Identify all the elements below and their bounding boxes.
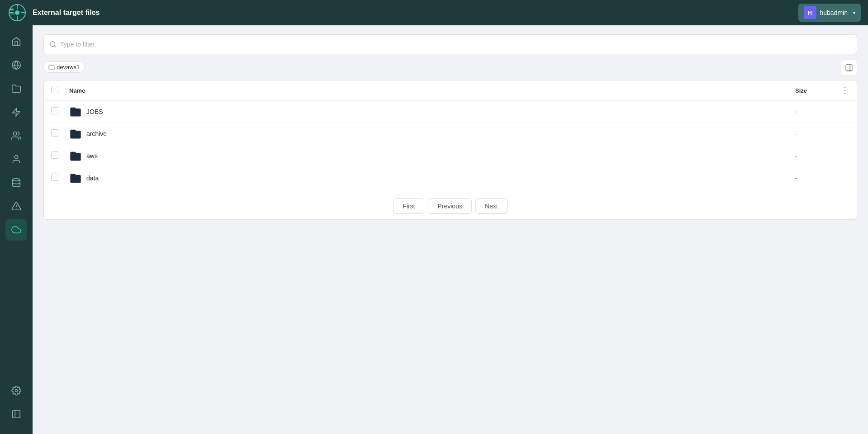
row-check-col	[51, 174, 69, 183]
sidebar-item-folder[interactable]	[5, 78, 27, 99]
svg-point-12	[14, 156, 18, 159]
file-name-cell-archive: archive	[69, 127, 795, 140]
svg-point-1	[15, 10, 19, 15]
svg-point-13	[13, 179, 20, 181]
user-name: hubadmin	[820, 9, 848, 16]
file-size-data: -	[795, 175, 849, 182]
file-size-archive: -	[795, 130, 849, 137]
pagination: First Previous Next	[44, 189, 857, 219]
table-header: Name Size ⋮	[44, 80, 857, 101]
file-name-cell-aws: aws	[69, 150, 795, 162]
sidebar-item-cloud[interactable]	[5, 219, 27, 241]
sidebar-item-user[interactable]	[5, 148, 27, 170]
breadcrumb-label: devaws1	[57, 64, 80, 71]
file-name-data: data	[86, 175, 99, 182]
logo: NG Hub	[7, 3, 27, 23]
table-row[interactable]: data -	[44, 167, 857, 189]
next-button[interactable]: Next	[475, 198, 508, 214]
sidebar-item-lightning[interactable]	[5, 101, 27, 123]
page-title: External target files	[33, 9, 100, 17]
chevron-down-icon: ▾	[853, 10, 855, 15]
svg-text:NG: NG	[10, 8, 14, 11]
file-name-cell-jobs: JOBS	[69, 105, 795, 118]
svg-rect-21	[846, 65, 852, 71]
main-layout: devaws1 Name Size ⋮ JOBS	[0, 25, 868, 434]
table-row[interactable]: aws -	[44, 145, 857, 167]
svg-marker-10	[13, 108, 20, 116]
breadcrumb-item-devaws1[interactable]: devaws1	[43, 61, 85, 73]
select-all-checkbox[interactable]	[51, 86, 58, 93]
file-size-jobs: -	[795, 108, 849, 115]
folder-icon-small	[48, 64, 55, 71]
user-avatar: H	[804, 6, 816, 19]
sidebar-item-network[interactable]	[5, 54, 27, 76]
row-check-col	[51, 151, 69, 160]
header-left: NG Hub External target files	[7, 3, 100, 23]
sidebar-item-home[interactable]	[5, 31, 27, 52]
row-check-col	[51, 107, 69, 116]
search-icon	[49, 41, 57, 48]
file-name-cell-data: data	[69, 172, 795, 184]
svg-line-20	[54, 46, 56, 47]
table-row[interactable]: archive -	[44, 123, 857, 145]
sidebar-item-alert[interactable]	[5, 195, 27, 217]
file-table: Name Size ⋮ JOBS -	[43, 80, 857, 220]
sidebar-item-panel[interactable]	[5, 403, 27, 425]
folder-icon-data	[69, 172, 82, 184]
folder-icon-jobs	[69, 105, 82, 118]
top-header: NG Hub External target files H hubadmin …	[0, 0, 868, 25]
folder-icon-archive	[69, 127, 82, 140]
previous-button[interactable]: Previous	[428, 198, 471, 214]
row-check-col	[51, 129, 69, 138]
svg-rect-17	[13, 410, 20, 418]
row-checkbox-archive[interactable]	[51, 129, 58, 137]
content-area: devaws1 Name Size ⋮ JOBS	[33, 25, 868, 434]
table-row[interactable]: JOBS -	[44, 101, 857, 123]
sidebar-item-team[interactable]	[5, 125, 27, 146]
breadcrumb: devaws1	[43, 61, 857, 73]
svg-point-16	[15, 389, 18, 392]
row-checkbox-data[interactable]	[51, 174, 58, 181]
search-bar-wrapper	[43, 34, 857, 54]
header-check-col	[51, 86, 69, 95]
first-button[interactable]: First	[393, 198, 424, 214]
file-name-archive: archive	[86, 130, 107, 137]
row-checkbox-aws[interactable]	[51, 151, 58, 159]
panel-toggle-button[interactable]	[841, 60, 857, 76]
svg-text:Hub: Hub	[10, 12, 15, 15]
sidebar-item-settings[interactable]	[5, 380, 27, 401]
file-size-aws: -	[795, 152, 849, 160]
file-name-jobs: JOBS	[86, 108, 103, 115]
sidebar-bottom	[5, 380, 27, 429]
col-name-header: Name	[69, 87, 795, 94]
file-name-aws: aws	[86, 152, 98, 160]
table-menu-button[interactable]: ⋮	[839, 84, 851, 97]
sidebar-item-database[interactable]	[5, 172, 27, 193]
search-input[interactable]	[60, 41, 851, 48]
user-menu[interactable]: H hubadmin ▾	[798, 4, 861, 22]
folder-icon-aws	[69, 150, 82, 162]
svg-point-11	[14, 132, 17, 135]
sidebar	[0, 25, 33, 434]
row-checkbox-jobs[interactable]	[51, 107, 58, 114]
